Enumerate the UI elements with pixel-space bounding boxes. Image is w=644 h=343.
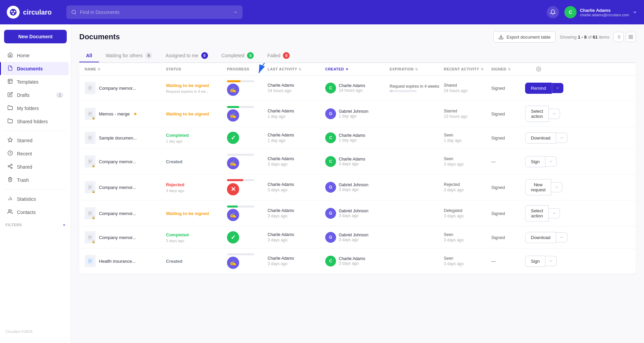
col-recent-activity[interactable]: RECENT ACTIVITY ⇅ (444, 67, 491, 71)
table-settings-icon[interactable] (525, 66, 552, 72)
search-bar[interactable] (66, 5, 243, 19)
sidebar-item-shared-folders[interactable]: Shared folders (2, 115, 69, 128)
sidebar-item-templates[interactable]: Templates (2, 75, 69, 88)
col-last-activity[interactable]: LAST ACTIVITY ⇅ (268, 67, 325, 71)
document-file-icon (87, 135, 93, 141)
col-created[interactable]: CREATED ▼ (325, 67, 390, 71)
sidebar-item-recent[interactable]: Recent (2, 147, 69, 160)
sidebar-item-starred[interactable]: Starred (2, 134, 69, 147)
created-name: Charlie Adams (339, 83, 365, 88)
action-dropdown-button[interactable] (556, 133, 567, 143)
action-cell: Remind (525, 83, 552, 94)
table-row: Company memor... Waiting to be signed Re… (79, 76, 636, 101)
action-dropdown-button[interactable] (556, 232, 567, 242)
action-button[interactable]: New request (525, 179, 551, 195)
last-activity-cell: Charlie Adams 1 day ago (268, 133, 325, 143)
completed-badge: 0 (247, 52, 254, 59)
tab-assigned[interactable]: Assigned to me 0 (159, 49, 215, 63)
action-dropdown-button[interactable] (549, 208, 560, 218)
sidebar-item-label: Recent (17, 151, 32, 156)
created-cell: C Charlie Adams 24 hours ago (325, 83, 390, 93)
sidebar-item-documents[interactable]: Documents (2, 62, 69, 75)
created-avatar: C (325, 256, 336, 266)
col-expiration[interactable]: EXPIRATION ⇅ (390, 67, 444, 71)
export-button[interactable]: Export document table (493, 31, 556, 43)
sidebar-divider (4, 131, 67, 131)
sidebar-item-label: Statistics (17, 196, 36, 202)
progress-check-icon: ✓ (227, 231, 239, 243)
action-button[interactable]: Sign (525, 156, 545, 167)
signed-cell: Signed (491, 185, 525, 190)
sidebar-item-contacts[interactable]: Contacts (2, 206, 69, 219)
sidebar-item-label: Documents (17, 66, 43, 71)
activity-name: Charlie Adams (268, 83, 325, 88)
drafts-badge: 1 (56, 92, 63, 98)
document-name: 🔒 Company memor... (85, 181, 166, 193)
filters-section: FILTERS + (0, 219, 71, 228)
chevron-down-icon (560, 235, 564, 239)
col-name[interactable]: NAME ⇅ (85, 67, 166, 71)
remind-dropdown-button[interactable] (552, 83, 563, 93)
status-sub: 1 day ago (166, 139, 227, 143)
col-status: STATUS (166, 67, 227, 71)
new-document-button[interactable]: New Document (4, 30, 67, 43)
action-dropdown-button[interactable] (551, 182, 562, 192)
action-dropdown-button[interactable] (549, 109, 560, 119)
list-view-button[interactable] (614, 32, 624, 42)
svg-line-5 (75, 13, 76, 14)
progress-cell: ✕ (227, 179, 268, 195)
col-signed[interactable]: SIGNED ⇅ (491, 67, 525, 71)
action-button[interactable]: Download (525, 232, 556, 243)
tab-label: Waiting for others (106, 53, 143, 58)
tab-completed[interactable]: Completed 0 (215, 49, 261, 63)
tab-waiting[interactable]: Waiting for others 8 (99, 49, 159, 63)
svg-point-0 (10, 9, 17, 16)
progress-cell: ✍️ (227, 206, 268, 221)
status-cell: Rejected 3 days ago (166, 182, 227, 193)
table-row: 🔒 Memos - merge ★ Waiting to be signed ✍… (79, 101, 636, 127)
document-file-icon (87, 111, 93, 117)
action-button[interactable]: Select action (525, 106, 549, 122)
lock-icon: 🔒 (92, 190, 95, 193)
action-button[interactable]: Select action (525, 205, 549, 221)
sidebar-item-statistics[interactable]: Statistics (2, 192, 69, 206)
activity-name: Charlie Adams (268, 256, 325, 261)
document-name: Health insurance... (85, 255, 166, 267)
search-input[interactable] (80, 9, 230, 15)
sidebar-item-shared[interactable]: Shared (2, 160, 69, 173)
progress-avatar: ✍️ (227, 84, 239, 96)
sidebar-item-drafts[interactable]: Drafts 1 (2, 88, 69, 102)
view-toggles (614, 32, 636, 42)
document-file-icon (87, 184, 93, 190)
main-layout: New Document Home Documents Templates Dr… (0, 24, 644, 343)
grid-view-button[interactable] (626, 32, 636, 42)
filters-add-button[interactable]: + (63, 223, 65, 227)
action-dropdown-button[interactable] (545, 156, 557, 167)
document-icon (85, 255, 96, 267)
sidebar-item-my-folders[interactable]: My folders (2, 102, 69, 115)
created-name: Charlie Adams (339, 256, 365, 261)
user-email: charlie.adams@circularo.com (580, 13, 629, 17)
tab-all[interactable]: All (79, 49, 99, 62)
notifications-button[interactable] (547, 6, 559, 18)
user-menu[interactable]: C Charlie Adams charlie.adams@circularo.… (564, 6, 637, 18)
table-row: 🔒 Company memor... Created ✍️ Charlie Ad… (79, 149, 636, 174)
status-label: Completed (166, 232, 227, 237)
tab-failed[interactable]: Failed 0 (261, 49, 296, 63)
recent-label: Seen (444, 133, 491, 137)
status-cell: Created (166, 159, 227, 164)
activity-name: Charlie Adams (268, 109, 325, 113)
recent-time: 3 days ago (444, 238, 491, 242)
sidebar-item-trash[interactable]: Trash (2, 173, 69, 187)
sidebar-item-home[interactable]: Home (2, 49, 69, 62)
remind-button[interactable]: Remind (525, 83, 552, 94)
action-button[interactable]: Sign (525, 256, 545, 267)
action-button[interactable]: Download (525, 132, 556, 144)
action-dropdown-button[interactable] (545, 256, 557, 266)
sidebar-item-label: My folders (17, 106, 39, 111)
sidebar-divider-2 (4, 189, 67, 190)
doc-name-text: Company memor... (99, 86, 136, 91)
svg-point-11 (11, 164, 12, 165)
recent-time: 1 day ago (444, 138, 491, 143)
created-avatar: G (325, 208, 336, 219)
